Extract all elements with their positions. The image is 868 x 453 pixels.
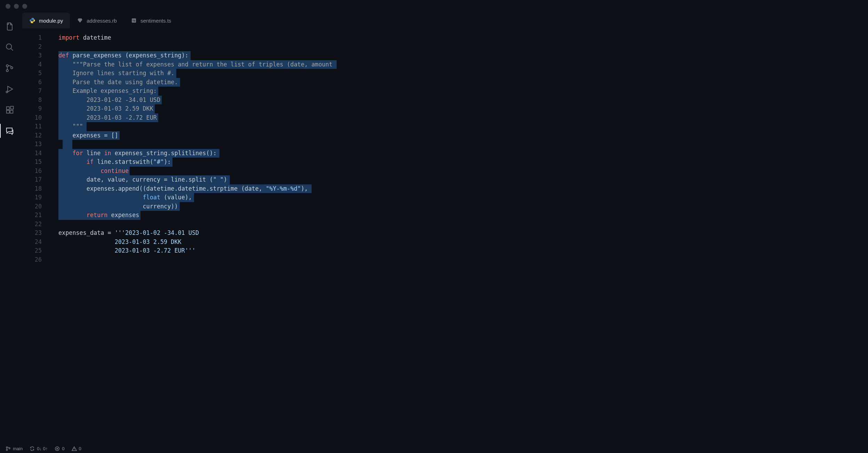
code-line[interactable]: 21 return expenses xyxy=(19,211,868,220)
errors-indicator[interactable]: 0 xyxy=(55,446,64,451)
warning-count: 0 xyxy=(79,446,81,451)
warnings-indicator[interactable]: 0 xyxy=(72,446,81,451)
code-content[interactable]: expenses = [] xyxy=(53,131,118,140)
sync-count: 0↓ 0↑ xyxy=(37,446,48,451)
line-number: 19 xyxy=(19,193,53,202)
line-number: 10 xyxy=(19,113,53,122)
line-number: 4 xyxy=(19,60,53,69)
code-line[interactable]: 6 Parse the date using datetime. xyxy=(19,78,868,87)
code-content[interactable]: import datetime xyxy=(53,33,111,42)
code-line[interactable]: 1import datetime xyxy=(19,33,868,42)
error-count: 0 xyxy=(62,446,64,451)
tab-label: module.py xyxy=(39,18,63,24)
close-icon[interactable] xyxy=(6,4,10,9)
code-line[interactable]: 2 xyxy=(19,42,868,51)
code-content[interactable]: currency)) xyxy=(53,202,178,211)
code-line[interactable]: 12 expenses = [] xyxy=(19,131,868,140)
code-line[interactable]: 19 float (value), xyxy=(19,193,868,202)
code-line[interactable]: 9 2023-01-03 2.59 DKK xyxy=(19,104,868,113)
code-content[interactable]: for line in expenses_string.splitlines()… xyxy=(53,149,217,158)
svg-rect-8 xyxy=(10,106,13,109)
code-editor[interactable]: 1import datetime23def parse_expenses (ex… xyxy=(19,29,868,444)
code-content[interactable]: Ignore lines starting with #. xyxy=(53,69,174,78)
line-number: 5 xyxy=(19,69,53,78)
extensions-icon[interactable] xyxy=(4,104,15,116)
code-line[interactable]: 10 2023-01-03 -2.72 EUR xyxy=(19,113,868,122)
tab-sentiments-ts[interactable]: TSsentiments.ts xyxy=(124,13,178,29)
line-number: 20 xyxy=(19,202,53,211)
svg-point-12 xyxy=(6,449,8,451)
svg-point-4 xyxy=(6,91,8,93)
tab-addresses-rb[interactable]: addresses.rb xyxy=(70,13,124,29)
code-line[interactable]: 15 if line.startswith("#"): xyxy=(19,158,868,167)
titlebar xyxy=(0,0,868,13)
sync-indicator[interactable]: 0↓ 0↑ xyxy=(30,446,48,451)
code-content[interactable]: 2023-01-03 -2.72 EUR xyxy=(53,113,157,122)
line-number: 3 xyxy=(19,51,53,60)
code-line[interactable]: 20 currency)) xyxy=(19,202,868,211)
code-content[interactable]: 2023-01-03 -2.72 EUR''' xyxy=(53,246,195,255)
window-controls xyxy=(6,4,27,9)
code-content[interactable]: 2023-01-02 -34.01 USD xyxy=(53,96,160,105)
tab-label: sentiments.ts xyxy=(140,18,171,24)
code-line[interactable]: 13 xyxy=(19,140,868,149)
code-line[interactable]: 7 Example expenses_string: xyxy=(19,87,868,96)
line-number: 23 xyxy=(19,229,53,238)
code-line[interactable]: 16 continue xyxy=(19,167,868,176)
code-content[interactable]: """Parse the list of expenses and return… xyxy=(53,60,332,69)
tab-label: addresses.rb xyxy=(87,18,117,24)
line-number: 18 xyxy=(19,184,53,193)
code-content[interactable] xyxy=(53,42,58,51)
code-content[interactable]: continue xyxy=(53,167,129,176)
code-content[interactable] xyxy=(53,255,58,264)
code-line[interactable]: 8 2023-01-02 -34.01 USD xyxy=(19,96,868,105)
code-line[interactable]: 23expenses_data = '''2023-01-02 -34.01 U… xyxy=(19,229,868,238)
maximize-icon[interactable] xyxy=(22,4,27,9)
code-line[interactable]: 5 Ignore lines starting with #. xyxy=(19,69,868,78)
ruby-icon xyxy=(77,17,83,24)
tab-module-py[interactable]: module.py xyxy=(22,13,70,29)
code-line[interactable]: 24 2023-01-03 2.59 DKK xyxy=(19,238,868,247)
branch-name: main xyxy=(13,446,23,451)
svg-point-1 xyxy=(6,65,8,67)
minimize-icon[interactable] xyxy=(14,4,19,9)
code-line[interactable]: 11 """ xyxy=(19,122,868,131)
code-content[interactable]: """ xyxy=(53,122,83,131)
code-line[interactable]: 18 expenses.append((datetime.datetime.st… xyxy=(19,184,868,193)
svg-point-11 xyxy=(6,446,8,448)
code-line[interactable]: 4 """Parse the list of expenses and retu… xyxy=(19,60,868,69)
code-content[interactable]: date, value, currency = line.split (" ") xyxy=(53,175,227,184)
status-bar: main 0↓ 0↑ 0 0 xyxy=(0,444,868,453)
code-line[interactable]: 22 xyxy=(19,220,868,229)
code-content[interactable]: Example expenses_string: xyxy=(53,87,157,96)
code-content[interactable]: 2023-01-03 2.59 DKK xyxy=(53,104,153,113)
code-content[interactable]: Parse the date using datetime. xyxy=(53,78,178,87)
search-icon[interactable] xyxy=(4,42,15,53)
code-content[interactable]: expenses.append((datetime.datetime.strpt… xyxy=(53,184,308,193)
code-line[interactable]: 26 xyxy=(19,255,868,264)
code-content[interactable]: 2023-01-03 2.59 DKK xyxy=(53,238,182,247)
line-number: 13 xyxy=(19,140,53,149)
code-content[interactable]: if line.startswith("#"): xyxy=(53,158,171,167)
code-content[interactable]: float (value), xyxy=(53,193,192,202)
code-content[interactable] xyxy=(53,140,58,149)
branch-indicator[interactable]: main xyxy=(6,446,23,451)
code-line[interactable]: 25 2023-01-03 -2.72 EUR''' xyxy=(19,246,868,255)
code-line[interactable]: 14 for line in expenses_string.splitline… xyxy=(19,149,868,158)
code-content[interactable]: expenses_data = '''2023-01-02 -34.01 USD xyxy=(53,229,199,238)
code-line[interactable]: 17 date, value, currency = line.split ("… xyxy=(19,175,868,184)
code-content[interactable] xyxy=(53,220,58,229)
selection-highlight xyxy=(63,140,72,149)
code-content[interactable]: def parse_expenses (expenses_string): xyxy=(53,51,188,60)
line-number: 14 xyxy=(19,149,53,158)
chat-icon[interactable] xyxy=(4,125,15,136)
line-number: 25 xyxy=(19,246,53,255)
code-content[interactable]: return expenses xyxy=(53,211,139,220)
line-number: 6 xyxy=(19,78,53,87)
code-line[interactable]: 3def parse_expenses (expenses_string): xyxy=(19,51,868,60)
explorer-icon[interactable] xyxy=(4,21,15,32)
run-debug-icon[interactable] xyxy=(4,84,15,95)
line-number: 9 xyxy=(19,104,53,113)
source-control-icon[interactable] xyxy=(4,63,15,74)
svg-rect-5 xyxy=(7,107,9,110)
